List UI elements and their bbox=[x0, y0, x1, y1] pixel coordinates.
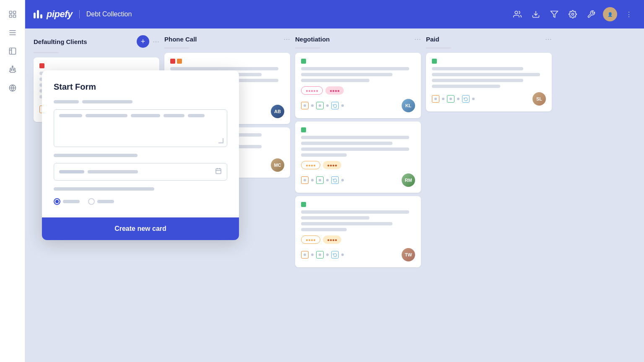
column-menu-defaulting[interactable]: ⋯ bbox=[153, 38, 159, 46]
date-input-content bbox=[59, 170, 215, 173]
card-icon-blue bbox=[331, 251, 339, 259]
card-icon-green bbox=[316, 102, 324, 109]
more-options-icon[interactable]: ⋮ bbox=[622, 8, 636, 21]
card-negotiation-2: ●●●● ●●●● bbox=[295, 122, 421, 193]
form-date-input[interactable] bbox=[54, 163, 227, 181]
badge-fill-orange: ●●●● bbox=[323, 235, 341, 244]
card-dot bbox=[311, 104, 314, 107]
svg-rect-7 bbox=[9, 48, 16, 54]
text-ph bbox=[86, 114, 127, 117]
svg-rect-0 bbox=[9, 11, 12, 14]
card-badges: ●●●● ●●●● bbox=[301, 161, 415, 169]
column-progress-paid bbox=[426, 47, 451, 49]
card-line bbox=[432, 67, 523, 70]
card-icons bbox=[301, 251, 344, 259]
svg-rect-1 bbox=[13, 11, 16, 14]
column-header-defaulting: Defaulting Clients + ⋯ bbox=[34, 35, 159, 48]
sidebar bbox=[0, 0, 25, 362]
filter-icon[interactable] bbox=[548, 8, 561, 21]
card-line bbox=[301, 228, 347, 231]
column-progress-defaulting bbox=[34, 52, 59, 53]
users-icon[interactable] bbox=[511, 8, 524, 21]
column-header-negotiation: Negotiation ⋯ bbox=[295, 35, 421, 43]
column-paid: Paid ⋯ bbox=[426, 35, 552, 355]
svg-marker-21 bbox=[551, 11, 558, 18]
label-placeholder bbox=[54, 100, 79, 103]
date-ph-1 bbox=[59, 170, 84, 173]
card-negotiation-3: ●●●● ●●●● bbox=[295, 196, 421, 267]
card-icon-orange bbox=[301, 176, 309, 184]
badge-outline-orange: ●●●● bbox=[301, 161, 320, 169]
card-footer: RM bbox=[301, 173, 415, 187]
sidebar-icon-list[interactable] bbox=[5, 25, 20, 40]
logo-area: pipefy Debt Collection bbox=[34, 9, 132, 20]
sidebar-icon-grid[interactable] bbox=[5, 7, 20, 22]
card-line bbox=[301, 210, 409, 214]
tag-orange bbox=[177, 59, 182, 64]
card-line bbox=[301, 222, 392, 225]
column-progress-phone bbox=[164, 47, 190, 49]
card-avatar: AB bbox=[271, 105, 284, 118]
column-title-paid: Paid bbox=[426, 36, 542, 43]
user-avatar-header[interactable]: 👤 bbox=[603, 7, 617, 21]
card-tags bbox=[301, 202, 415, 207]
tag-red bbox=[39, 63, 44, 68]
tag-green bbox=[301, 127, 306, 132]
card-dot bbox=[341, 104, 344, 107]
card-line bbox=[432, 79, 523, 82]
card-tags bbox=[301, 127, 415, 132]
card-avatar: MC bbox=[271, 158, 284, 172]
logo-pipes bbox=[34, 10, 42, 18]
start-form-modal: Start Form bbox=[42, 70, 239, 240]
card-line bbox=[301, 147, 409, 151]
column-header-paid: Paid ⋯ bbox=[426, 35, 552, 43]
column-menu-paid[interactable]: ⋯ bbox=[545, 35, 552, 43]
form-textarea-container bbox=[54, 109, 227, 147]
header: pipefy Debt Collection bbox=[25, 0, 644, 28]
sidebar-icon-globe[interactable] bbox=[5, 80, 20, 96]
card-dot bbox=[311, 253, 314, 256]
card-tags bbox=[39, 63, 153, 68]
sidebar-icon-layout[interactable] bbox=[5, 44, 20, 59]
create-new-card-button[interactable]: Create new card bbox=[42, 217, 239, 240]
text-ph bbox=[164, 114, 184, 117]
radio-circle-unselected[interactable] bbox=[88, 198, 95, 205]
radio-label-1 bbox=[63, 200, 80, 203]
card-icons bbox=[432, 95, 475, 103]
column-title-phone: Phone Call bbox=[164, 36, 280, 43]
column-menu-negotiation[interactable]: ⋯ bbox=[414, 35, 421, 43]
card-negotiation-1: ●●●●● ●●●● bbox=[295, 53, 421, 118]
text-ph bbox=[59, 114, 82, 117]
column-menu-phone[interactable]: ⋯ bbox=[283, 35, 290, 43]
card-line bbox=[301, 216, 369, 220]
card-line bbox=[301, 153, 347, 157]
card-line bbox=[301, 73, 392, 76]
svg-point-19 bbox=[515, 11, 518, 14]
wrench-icon[interactable] bbox=[584, 8, 598, 21]
card-dot bbox=[311, 179, 314, 181]
textarea-content bbox=[59, 114, 222, 117]
settings-icon[interactable] bbox=[566, 8, 579, 21]
radio-option-1[interactable] bbox=[54, 198, 80, 205]
column-negotiation: Negotiation ⋯ ●●●●● ●●●● bbox=[295, 35, 421, 355]
card-footer: KL bbox=[301, 99, 415, 112]
card-dot bbox=[442, 98, 444, 100]
card-icon-blue bbox=[462, 95, 470, 103]
form-field3-label bbox=[54, 187, 227, 193]
radio-option-2[interactable] bbox=[88, 198, 114, 205]
card-badges: ●●●● ●●●● bbox=[301, 235, 415, 244]
import-icon[interactable] bbox=[529, 8, 543, 21]
card-icons bbox=[301, 102, 344, 109]
card-icon-blue bbox=[331, 102, 339, 109]
column-add-btn-defaulting[interactable]: + bbox=[137, 35, 149, 48]
radio-circle-selected[interactable] bbox=[54, 198, 60, 205]
card-icon-green bbox=[316, 251, 324, 259]
card-tags bbox=[170, 59, 284, 64]
board-area: Defaulting Clients + ⋯ bbox=[25, 28, 644, 362]
svg-point-12 bbox=[13, 70, 14, 71]
sidebar-icon-bot[interactable] bbox=[5, 62, 20, 77]
badge-fill-orange: ●●●● bbox=[323, 161, 341, 169]
card-avatar: RM bbox=[402, 173, 415, 187]
badge-outline-orange: ●●●● bbox=[301, 235, 320, 244]
tag-red bbox=[170, 59, 175, 64]
